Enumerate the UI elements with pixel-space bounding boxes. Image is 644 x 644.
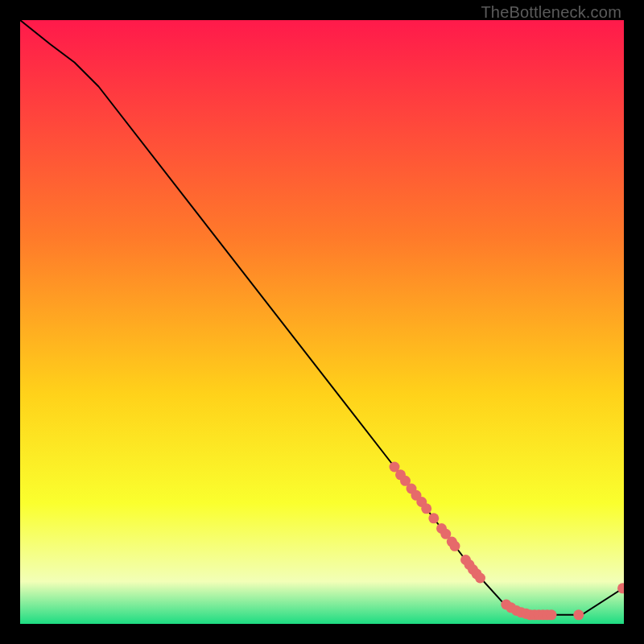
data-point bbox=[573, 609, 584, 620]
data-point bbox=[547, 609, 557, 620]
data-point bbox=[475, 573, 485, 584]
chart-container bbox=[20, 20, 624, 624]
chart-svg bbox=[20, 20, 624, 624]
data-point bbox=[450, 541, 460, 551]
watermark-text: TheBottleneck.com bbox=[481, 3, 621, 22]
data-point bbox=[428, 513, 439, 523]
gradient-background bbox=[20, 20, 624, 624]
data-point bbox=[421, 503, 431, 514]
